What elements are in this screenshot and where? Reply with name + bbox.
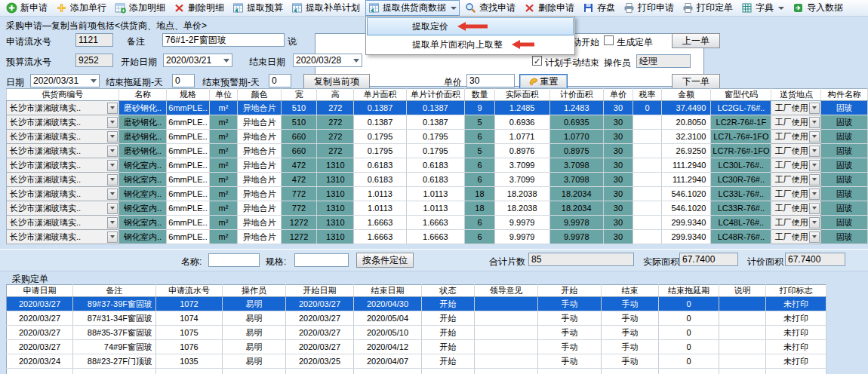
piece-area-cell[interactable]: 1.0113	[354, 187, 406, 201]
window-code-cell[interactable]: LC48R-76#..	[711, 230, 771, 244]
width-cell[interactable]: 472	[281, 173, 316, 187]
width-cell[interactable]: 472	[281, 158, 316, 173]
order-row[interactable]: 2020/03/27 87#31-34F窗固玻 1074 易明 2020/03/…	[7, 311, 826, 326]
operator-cell[interactable]	[223, 369, 286, 374]
chevron-down-icon[interactable]	[809, 117, 820, 128]
operator-cell[interactable]: 易明	[223, 311, 286, 326]
start-mode-cell[interactable]	[538, 369, 602, 374]
unit-price-cell[interactable]: 30	[603, 115, 633, 130]
color-cell[interactable]: 异地合片	[238, 173, 282, 187]
note-cell[interactable]	[719, 340, 766, 354]
detail-row[interactable]: 长沙市潇湘玻璃实.. 磨砂钢化.. 6mmPLE.. m² 异地合片 510 2…	[7, 101, 868, 115]
spec-cell[interactable]: 6mmPLE..	[167, 144, 209, 158]
supplier-cell[interactable]: 长沙市潇湘玻璃实..	[7, 230, 119, 244]
piece-area-cell[interactable]: 0.1387	[354, 115, 406, 130]
qty-cell[interactable]: 6	[465, 158, 494, 173]
start-date-cell[interactable]: 2020/03/25	[286, 354, 354, 369]
tax-rate-cell[interactable]	[633, 230, 662, 244]
add-row-button[interactable]: 添加单行	[53, 0, 109, 16]
component-cell[interactable]: 固玻	[821, 216, 868, 230]
print-flag-cell[interactable]: 未打印	[766, 326, 826, 340]
component-cell[interactable]: 固玻	[821, 201, 868, 216]
detail-row[interactable]: 长沙市潇湘玻璃实.. 钢化室内.. 6mmPLE.. m² 异地合片 472 1…	[7, 173, 868, 187]
delivery-cell[interactable]: 工厂使用	[771, 201, 821, 216]
delivery-cell[interactable]: 工厂使用	[771, 187, 821, 201]
remark-cell[interactable]: 89#37-39F窗固玻	[73, 297, 156, 311]
piece-area-cell[interactable]: 0.6183	[354, 173, 406, 187]
print-request-button[interactable]: 打印申请	[620, 0, 677, 16]
request-date-cell[interactable]: 2020/03/27	[7, 326, 73, 340]
amount-cell[interactable]: 299.9340	[661, 216, 711, 230]
unit-price-cell[interactable]: 30	[603, 101, 633, 115]
actual-area-cell[interactable]: 3.7099	[494, 173, 549, 187]
window-code-cell[interactable]: LC2GL-76#..	[711, 101, 771, 115]
manual-end-checkbox[interactable]	[532, 56, 542, 66]
height-cell[interactable]: 1310	[317, 173, 354, 187]
chevron-down-icon[interactable]	[809, 131, 820, 143]
color-cell[interactable]: 异地合片	[238, 201, 282, 216]
height-cell[interactable]: 1310	[317, 216, 354, 230]
unit-price-cell[interactable]: 30	[603, 144, 633, 158]
menu-item-extract-area-roundup[interactable]: 提取单片面积向上取整	[367, 35, 574, 54]
order-row[interactable]: 2020/03/24 88#23-27F门顶玻 1035 易明 2020/03/…	[7, 354, 826, 369]
billing-area-cell[interactable]: 0.6935	[549, 115, 603, 130]
detail-row[interactable]: 长沙市潇湘玻璃实.. 钢化室内.. 6mmPLE.. m² 异地合片 472 1…	[7, 158, 868, 173]
unit-price-cell[interactable]: 30	[603, 173, 633, 187]
billing-area-cell[interactable]: 3.7098	[549, 158, 603, 173]
tax-rate-cell[interactable]	[633, 130, 662, 144]
extract-supplier-data-button[interactable]: 提取供货商数据 提取定价 提取单片面积向上取整	[365, 0, 460, 16]
supplier-cell[interactable]: 长沙市潇湘玻璃实..	[7, 216, 119, 230]
request-no-cell[interactable]: 1072	[156, 297, 223, 311]
piece-area-cell[interactable]: 0.1795	[354, 130, 406, 144]
width-cell[interactable]: 1272	[281, 216, 316, 230]
spec-cell[interactable]: 6mmPLE..	[167, 230, 209, 244]
start-mode-cell[interactable]: 手动	[538, 354, 602, 369]
qty-cell[interactable]: 5	[465, 115, 494, 130]
tax-rate-cell[interactable]	[633, 201, 662, 216]
unit-price-cell[interactable]: 30	[603, 216, 633, 230]
status-cell[interactable]: 开始	[422, 340, 475, 354]
locate-by-condition-button[interactable]: 按条件定位	[356, 253, 414, 268]
amount-cell[interactable]: 546.1020	[661, 187, 711, 201]
status-cell[interactable]: 开始	[422, 354, 475, 369]
delivery-cell[interactable]: 工厂使用	[771, 144, 821, 158]
end-delay-field[interactable]: 0	[172, 74, 195, 87]
qty-cell[interactable]: 6	[465, 216, 494, 230]
amount-cell[interactable]: 37.4490	[661, 101, 711, 115]
name-cell[interactable]: 钢化室内..	[119, 201, 167, 216]
unit-price-cell[interactable]: 30	[603, 187, 633, 201]
next-order-button[interactable]: 下一单	[672, 74, 720, 89]
status-cell[interactable]: 开始	[422, 326, 475, 340]
component-cell[interactable]: 固玻	[821, 101, 868, 115]
name-cell[interactable]: 钢化室内..	[119, 230, 167, 244]
piece-billing-area-cell[interactable]: 0.6183	[406, 173, 465, 187]
delivery-cell[interactable]: 工厂使用	[771, 216, 821, 230]
amount-cell[interactable]: 20.8050	[661, 115, 711, 130]
unit-price-cell[interactable]: 30	[603, 158, 633, 173]
add-detail-button[interactable]: 添加明细	[112, 0, 168, 16]
piece-billing-area-cell[interactable]: 0.1387	[406, 115, 465, 130]
height-cell[interactable]: 272	[317, 101, 354, 115]
height-cell[interactable]: 272	[317, 144, 354, 158]
spec-cell[interactable]: 6mmPLE..	[167, 216, 209, 230]
start-mode-cell[interactable]: 手动	[538, 311, 602, 326]
billing-area-cell[interactable]: 18.2034	[549, 201, 603, 216]
supplier-cell[interactable]: 长沙市潇湘玻璃实..	[7, 173, 119, 187]
leader-opinion-cell[interactable]	[475, 326, 538, 340]
print-flag-cell[interactable]: 未打印	[766, 354, 826, 369]
remark-cell[interactable]: 88#35-37F窗固玻	[73, 326, 156, 340]
piece-billing-area-cell[interactable]: 0.1795	[406, 144, 465, 158]
start-mode-cell[interactable]: 手动	[538, 297, 602, 311]
chevron-down-icon[interactable]	[107, 160, 118, 171]
window-code-cell[interactable]: LC7L-76#-1FO	[711, 130, 771, 144]
end-mode-cell[interactable]: 手动	[602, 354, 659, 369]
end-delay-cell[interactable]	[659, 369, 719, 374]
budget-no-field[interactable]: 9252	[75, 54, 113, 67]
print-order-button[interactable]: 打印定单	[679, 0, 736, 16]
unit-cell[interactable]: m²	[209, 130, 238, 144]
request-date-cell[interactable]	[7, 369, 73, 374]
component-cell[interactable]: 固玻	[821, 158, 868, 173]
detail-row[interactable]: 长沙市潇湘玻璃实.. 磨砂钢化.. 6mmPLE.. m² 异地合片 510 2…	[7, 115, 868, 130]
name-cell[interactable]: 钢化室内..	[119, 216, 167, 230]
end-delay-cell[interactable]: 0	[659, 297, 719, 311]
